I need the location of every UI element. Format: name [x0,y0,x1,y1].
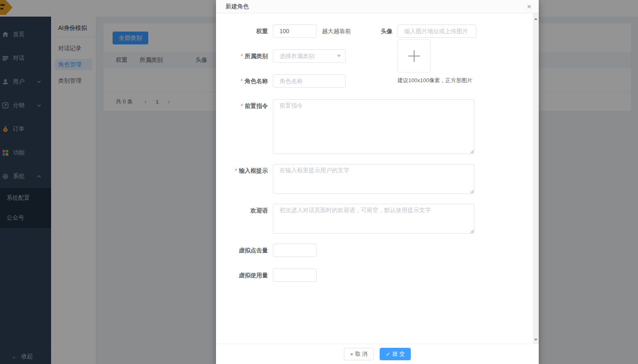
virtual-usage-input[interactable] [273,269,317,282]
avatar-size-hint: 建议100x100像素，正方形图片 [398,77,476,84]
close-icon[interactable]: × [527,3,531,10]
weight-label: 权重 [216,24,273,38]
plus-icon [414,50,415,62]
avatar-label: 头像 [341,24,398,84]
check-icon: ✓ [386,351,390,357]
dialog-footer: × 取 消 ✓ 提 交 [216,344,539,364]
submit-button[interactable]: ✓ 提 交 [380,348,411,360]
category-select-placeholder: 选择所属类别 [280,53,314,59]
dialog-body: 权重 越大越靠前 头像 建议100x100像素，正方形图片 所属类别 [216,13,539,344]
new-role-dialog: 新建角色 × 权重 越大越靠前 头像 建议100x100像素，正方形图片 [216,0,539,364]
virtual-usage-label: 虚拟使用量 [216,269,273,282]
dialog-title: 新建角色 [226,3,249,10]
submit-label: 提 交 [393,350,405,358]
virtual-clicks-input[interactable] [273,244,317,257]
avatar-url-input[interactable] [398,24,476,38]
cancel-label: 取 消 [355,350,368,358]
form-row-welcome: 欢迎语 [216,204,526,234]
form-row-prompt: 前置指令 [216,99,526,154]
prompt-label: 前置指令 [216,99,273,112]
role-name-label: 角色名称 [216,74,273,88]
form-row-avatar: 头像 建议100x100像素，正方形图片 [341,24,476,84]
virtual-clicks-label: 虚拟点击量 [216,244,273,257]
avatar-upload-dropzone[interactable] [398,39,431,73]
chevron-down-icon [337,55,341,57]
prompt-textarea[interactable] [273,99,474,154]
scroll-down-icon[interactable] [534,339,537,341]
form-row-virtual-usage: 虚拟使用量 [216,269,526,282]
role-name-input[interactable] [273,74,346,88]
welcome-textarea[interactable] [273,204,474,234]
welcome-label: 欢迎语 [216,204,273,217]
close-icon: × [350,351,353,357]
dialog-scrollbar[interactable] [533,13,539,344]
app-root: 首页 对话 用户 分销 [0,0,638,364]
input-tip-textarea[interactable] [273,164,474,194]
scroll-up-icon[interactable] [534,18,537,20]
form-row-input-tip: 输入框提示 [216,164,526,194]
dialog-header: 新建角色 × [216,0,539,13]
weight-input[interactable] [273,24,317,38]
cancel-button[interactable]: × 取 消 [344,348,374,360]
category-select[interactable]: 选择所属类别 [273,49,346,63]
form-row-virtual-clicks: 虚拟点击量 [216,244,526,257]
category-label: 所属类别 [216,49,273,63]
input-tip-label: 输入框提示 [216,164,273,177]
